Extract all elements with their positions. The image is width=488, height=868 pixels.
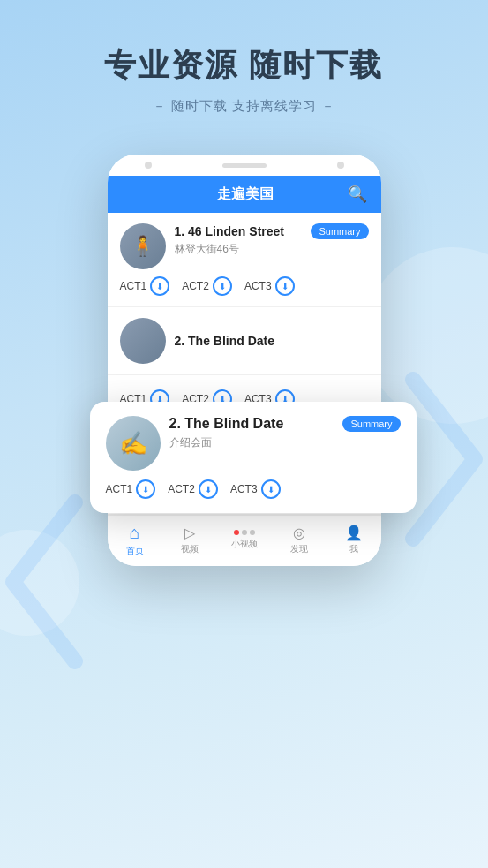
partial-content-2: 2. The Blind Date	[175, 333, 369, 349]
thumbnail-1: 🧍	[120, 223, 166, 269]
expanded-item-title-2: 2. The Blind Date	[169, 416, 284, 432]
video-icon: ▷	[184, 525, 195, 541]
thumbnail-2-partial	[120, 318, 166, 364]
expanded-download-act1-2[interactable]: ⬇	[136, 479, 155, 499]
expanded-item-subtitle-2: 介绍会面	[169, 435, 401, 450]
expanded-download-act3-2[interactable]: ⬇	[261, 479, 281, 499]
act1-1[interactable]: ACT1 ⬇	[120, 276, 170, 296]
nav-discover[interactable]: ◎ 发现	[272, 525, 327, 555]
dot-gray-2	[250, 530, 255, 535]
phone-top-bar	[108, 155, 381, 176]
partial-title-2: 2. The Blind Date	[175, 334, 275, 348]
subtitle-text: － 随时下载 支持离线学习	[153, 98, 317, 113]
nav-discover-label: 发现	[290, 543, 308, 555]
summary-badge-1[interactable]: Summary	[311, 223, 368, 239]
dot-red	[234, 530, 239, 535]
expanded-acts-row-2: ACT1 ⬇ ACT2 ⬇ ACT3 ⬇	[106, 479, 401, 499]
nav-me-label: 我	[349, 543, 358, 555]
download-act2-1[interactable]: ⬇	[213, 276, 232, 296]
expanded-summary-badge-2[interactable]: Summary	[342, 416, 400, 432]
expanded-item-info-2: 2. The Blind Date Summary 介绍会面	[169, 416, 401, 450]
item-title-1: 1. 46 Linden Street	[175, 224, 284, 238]
nav-video-label: 视频	[181, 543, 199, 555]
deco-right	[404, 371, 484, 551]
partial-item-2: 2. The Blind Date	[108, 307, 381, 375]
item-info-1: 1. 46 Linden Street Summary 林登大街46号	[175, 223, 369, 257]
nav-home[interactable]: ⌂ 首页	[108, 523, 162, 557]
nav-me[interactable]: 👤 我	[327, 525, 381, 555]
expanded-act2-2[interactable]: ACT2 ⬇	[168, 479, 218, 499]
hero-title: 专业资源 随时下载	[0, 44, 488, 87]
act2-1[interactable]: ACT2 ⬇	[182, 276, 232, 296]
nav-video[interactable]: ▷ 视频	[162, 525, 217, 555]
list-item-1: 🧍 1. 46 Linden Street Summary 林登大街46号 AC…	[108, 213, 381, 307]
phone-speaker	[222, 163, 267, 168]
deco-left	[4, 494, 84, 674]
app-header: 走遍美国 🔍	[108, 176, 381, 213]
thumbnail-2-expanded: ✍️	[106, 416, 161, 471]
acts-row-1: ACT1 ⬇ ACT2 ⬇ ACT3 ⬇	[120, 276, 369, 296]
me-icon: 👤	[345, 525, 363, 541]
hero-section: 专业资源 随时下载 － 随时下载 支持离线学习 －	[0, 0, 488, 132]
expanded-act3-2[interactable]: ACT3 ⬇	[230, 479, 281, 499]
nav-short-video[interactable]: 小视频	[217, 530, 272, 550]
act3-1[interactable]: ACT3 ⬇	[244, 276, 295, 296]
expanded-card-2: ✍️ 2. The Blind Date Summary 介绍会面 ACT1 ⬇…	[90, 402, 417, 513]
home-icon: ⌂	[129, 523, 139, 543]
phone-camera	[145, 162, 152, 169]
expanded-download-act2-2[interactable]: ⬇	[199, 479, 218, 499]
hero-subtitle: － 随时下载 支持离线学习 －	[0, 98, 488, 115]
dot-gray-1	[242, 530, 247, 535]
download-act1-1[interactable]: ⬇	[150, 276, 169, 296]
phone-mockup: 走遍美国 🔍 🧍 1. 46 Linden Street Summary 林登大…	[108, 155, 381, 566]
expanded-act1-2[interactable]: ACT1 ⬇	[106, 479, 156, 499]
download-act3-1[interactable]: ⬇	[275, 276, 295, 296]
search-icon[interactable]: 🔍	[348, 185, 367, 204]
short-video-dots	[234, 530, 255, 535]
nav-short-video-label: 小视频	[231, 538, 258, 550]
app-header-title: 走遍美国	[143, 185, 348, 204]
item-subtitle-1: 林登大街46号	[175, 242, 369, 257]
discover-icon: ◎	[293, 525, 305, 541]
nav-home-label: 首页	[126, 545, 144, 557]
phone-camera-right	[337, 162, 344, 169]
subtitle-suffix: －	[321, 98, 335, 113]
bottom-nav: ⌂ 首页 ▷ 视频 小视频 ◎ 发现	[108, 515, 381, 566]
